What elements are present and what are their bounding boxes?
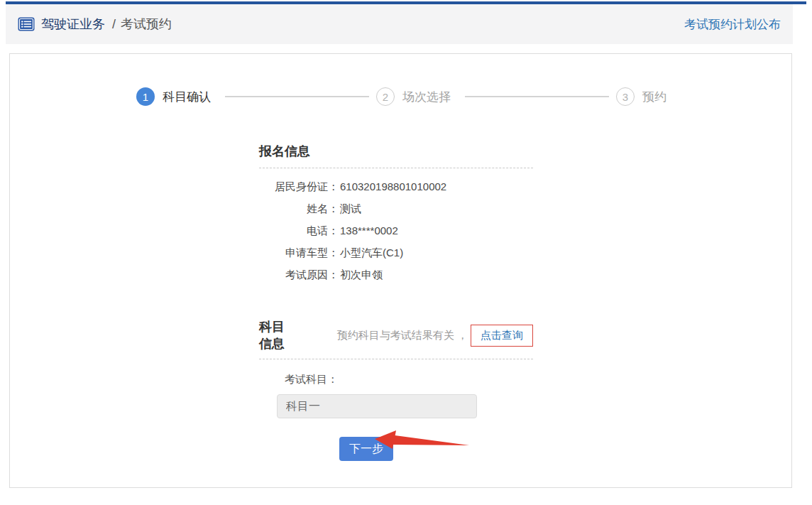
exam-subject-input[interactable] — [277, 394, 477, 418]
info-label: 姓名： — [259, 202, 339, 215]
breadcrumb: 驾驶证业务 / 考试预约 — [18, 16, 172, 33]
info-value: 初次申领 — [340, 268, 383, 281]
info-value: 小型汽车(C1) — [340, 246, 403, 259]
info-label: 居民身份证： — [259, 180, 339, 193]
next-step-button[interactable]: 下一步 — [339, 437, 393, 461]
step-1-circle: 1 — [136, 87, 155, 106]
info-row-phone: 电话： 138****0002 — [259, 224, 533, 237]
service-list-icon — [18, 17, 35, 31]
registration-info-title: 报名信息 — [259, 143, 533, 168]
step-2-label: 场次选择 — [402, 89, 451, 105]
subject-note-text: 预约科目与考试结果有关 ， — [337, 329, 468, 342]
info-row-exam-reason: 考试原因： 初次申领 — [259, 268, 533, 281]
info-row-id-card: 居民身份证： 610320198801010002 — [259, 180, 533, 193]
subject-info-header: 科目信息 预约科目与考试结果有关 ， 点击查询 — [259, 318, 533, 359]
click-to-query-link[interactable]: 点击查询 — [481, 329, 523, 341]
query-link-annotation-box: 点击查询 — [471, 325, 533, 347]
step-1-label: 科目确认 — [163, 89, 211, 105]
registration-info-section: 报名信息 居民身份证： 610320198801010002 姓名： 测试 电话… — [259, 143, 533, 290]
step-2-circle: 2 — [376, 87, 395, 106]
breadcrumb-current-page: 考试预约 — [121, 16, 172, 33]
step-indicator: 1 科目确认 2 场次选择 3 预约 — [136, 87, 674, 106]
exam-subject-label: 考试科目： — [285, 373, 533, 386]
step-connector-line — [225, 96, 369, 97]
info-label: 电话： — [259, 224, 339, 237]
step-3-label: 预约 — [642, 89, 666, 105]
info-label: 考试原因： — [259, 268, 339, 281]
subject-info-title: 科目信息 — [259, 318, 293, 352]
subject-info-section: 科目信息 预约科目与考试结果有关 ， 点击查询 考试科目： 下一步 — [259, 318, 533, 461]
step-3-circle: 3 — [616, 87, 635, 106]
breadcrumb-service-link[interactable]: 驾驶证业务 — [41, 16, 105, 33]
step-connector-line — [465, 96, 609, 97]
appointment-card: 1 科目确认 2 场次选择 3 预约 报名信息 居民身份证： 610320198… — [9, 53, 792, 488]
info-value: 610320198801010002 — [340, 180, 446, 193]
info-value: 测试 — [340, 202, 361, 215]
info-row-name: 姓名： 测试 — [259, 202, 533, 215]
info-label: 申请车型： — [259, 246, 339, 259]
page-header: 驾驶证业务 / 考试预约 考试预约计划公布 — [6, 4, 793, 44]
registration-info-list: 居民身份证： 610320198801010002 姓名： 测试 电话： 138… — [259, 180, 533, 281]
exam-plan-announcement-link[interactable]: 考试预约计划公布 — [684, 16, 781, 33]
info-row-vehicle-type: 申请车型： 小型汽车(C1) — [259, 246, 533, 259]
breadcrumb-separator: / — [112, 17, 116, 32]
info-value: 138****0002 — [340, 224, 398, 237]
